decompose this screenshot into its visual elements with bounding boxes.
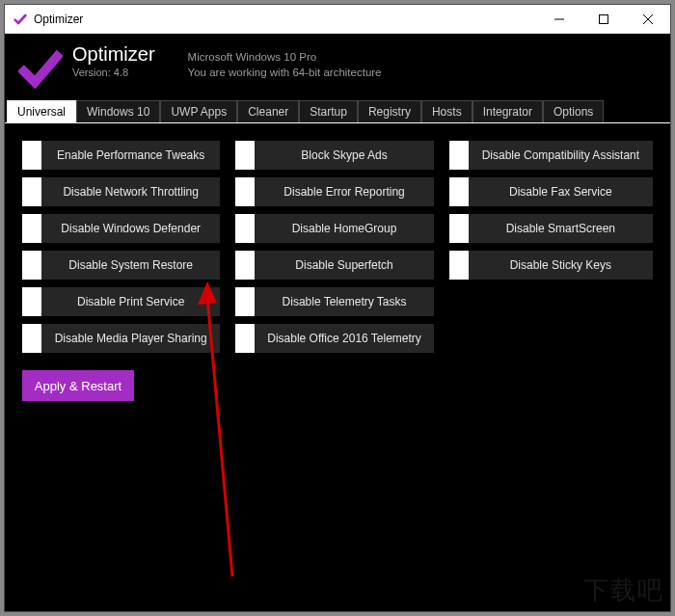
option-checkbox[interactable]: [22, 287, 41, 316]
option-disable-network-throttling: Disable Network Throttling: [22, 177, 220, 206]
titlebar: Optimizer: [5, 5, 670, 34]
os-line: Microsoft Windows 10 Pro: [188, 49, 382, 65]
option-checkbox[interactable]: [22, 177, 41, 206]
option-disable-compatibility-assistant: Disable Compatibility Assistant: [449, 141, 653, 170]
option-checkbox[interactable]: [235, 251, 255, 280]
app-icon: [13, 12, 28, 27]
tab-content-universal: Enable Performance Tweaks Disable Networ…: [5, 122, 670, 611]
option-button[interactable]: Disable Telemetry Tasks: [255, 287, 433, 316]
option-checkbox[interactable]: [22, 324, 41, 353]
tab-options[interactable]: Options: [543, 100, 604, 122]
tab-registry[interactable]: Registry: [358, 100, 421, 122]
option-checkbox[interactable]: [235, 214, 255, 243]
option-button[interactable]: Disable Error Reporting: [255, 177, 433, 206]
app-name: Optimizer: [72, 43, 155, 66]
option-button[interactable]: Disable SmartScreen: [469, 214, 653, 243]
option-button[interactable]: Disable Office 2016 Telemetry: [255, 324, 433, 353]
option-disable-smartscreen: Disable SmartScreen: [449, 214, 653, 243]
option-checkbox[interactable]: [449, 177, 469, 206]
logo-checkmark-icon: [18, 47, 63, 92]
tab-hosts[interactable]: Hosts: [421, 100, 472, 122]
option-checkbox[interactable]: [22, 251, 41, 280]
option-disable-system-restore: Disable System Restore: [22, 251, 220, 280]
tab-bar: Universal Windows 10 UWP Apps Cleaner St…: [5, 99, 670, 122]
option-button[interactable]: Disable Compatibility Assistant: [469, 141, 653, 170]
option-button[interactable]: Disable Network Throttling: [41, 177, 220, 206]
options-column-1: Enable Performance Tweaks Disable Networ…: [22, 141, 220, 353]
tab-universal[interactable]: Universal: [7, 100, 76, 122]
close-button[interactable]: [626, 5, 670, 34]
options-column-2: Block Skype Ads Disable Error Reporting …: [235, 141, 433, 353]
app-title-block: Optimizer Version: 4.8: [72, 43, 155, 78]
option-button[interactable]: Disable Fax Service: [469, 177, 653, 206]
window-title: Optimizer: [34, 13, 83, 26]
apply-restart-button[interactable]: Apply & Restart: [22, 370, 134, 401]
option-button[interactable]: Disable HomeGroup: [255, 214, 433, 243]
tab-integrator[interactable]: Integrator: [472, 100, 543, 122]
option-disable-homegroup: Disable HomeGroup: [235, 214, 433, 243]
tab-cleaner[interactable]: Cleaner: [237, 100, 299, 122]
option-checkbox[interactable]: [235, 324, 255, 353]
option-button[interactable]: Block Skype Ads: [255, 141, 433, 170]
app-version: Version: 4.8: [72, 67, 155, 78]
watermark-text: 下载吧: [583, 574, 664, 607]
option-checkbox[interactable]: [235, 177, 255, 206]
option-checkbox[interactable]: [22, 141, 41, 170]
tab-startup[interactable]: Startup: [299, 100, 358, 122]
option-disable-print-service: Disable Print Service: [22, 287, 220, 316]
options-column-3: Disable Compatibility Assistant Disable …: [449, 141, 653, 353]
svg-rect-1: [600, 14, 608, 23]
app-header: Optimizer Version: 4.8 Microsoft Windows…: [5, 34, 670, 99]
option-button[interactable]: Disable Print Service: [41, 287, 220, 316]
option-button[interactable]: Disable Windows Defender: [41, 214, 220, 243]
maximize-button[interactable]: [581, 5, 626, 34]
option-block-skype-ads: Block Skype Ads: [235, 141, 433, 170]
option-disable-telemetry-tasks: Disable Telemetry Tasks: [235, 287, 433, 316]
tab-windows10[interactable]: Windows 10: [76, 100, 160, 122]
option-checkbox[interactable]: [449, 214, 469, 243]
app-window: Optimizer Optimizer Version: 4.8 Microso…: [4, 4, 671, 612]
system-info: Microsoft Windows 10 Pro You are working…: [188, 49, 382, 80]
option-disable-fax-service: Disable Fax Service: [449, 177, 653, 206]
minimize-button[interactable]: [537, 5, 581, 34]
option-button[interactable]: Disable Superfetch: [255, 251, 433, 280]
arch-line: You are working with 64-bit architecture: [188, 65, 382, 80]
option-checkbox[interactable]: [449, 251, 469, 280]
option-enable-performance-tweaks: Enable Performance Tweaks: [22, 141, 220, 170]
option-checkbox[interactable]: [22, 214, 41, 243]
option-disable-windows-defender: Disable Windows Defender: [22, 214, 220, 243]
option-disable-error-reporting: Disable Error Reporting: [235, 177, 433, 206]
option-button[interactable]: Disable Media Player Sharing: [41, 324, 220, 353]
option-checkbox[interactable]: [235, 141, 255, 170]
tab-uwp-apps[interactable]: UWP Apps: [160, 100, 237, 122]
option-disable-media-player-sharing: Disable Media Player Sharing: [22, 324, 220, 353]
option-button[interactable]: Disable Sticky Keys: [469, 251, 653, 280]
option-disable-office-2016-telemetry: Disable Office 2016 Telemetry: [235, 324, 433, 353]
option-button[interactable]: Enable Performance Tweaks: [41, 141, 220, 170]
option-button[interactable]: Disable System Restore: [41, 251, 220, 280]
option-checkbox[interactable]: [235, 287, 255, 316]
option-disable-superfetch: Disable Superfetch: [235, 251, 433, 280]
option-checkbox[interactable]: [449, 141, 469, 170]
option-disable-sticky-keys: Disable Sticky Keys: [449, 251, 653, 280]
